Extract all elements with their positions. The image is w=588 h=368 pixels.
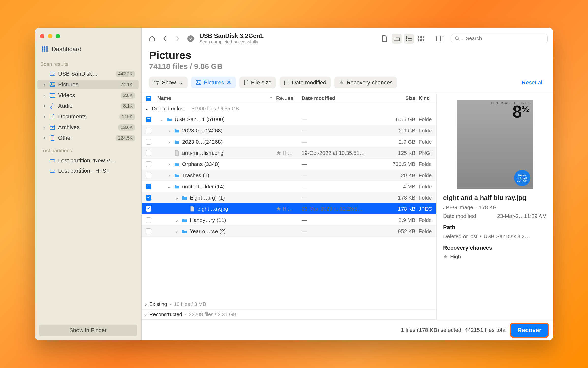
row-kind: Folde [419, 183, 436, 190]
column-kind[interactable]: Kind [419, 95, 436, 101]
column-name[interactable]: Name⌃ [156, 95, 276, 101]
search-box[interactable]: ⌵ [451, 34, 548, 43]
file-icon [189, 206, 195, 212]
table-row[interactable]: anti-mi…lism.png★ Hi…19-Oct-2022 at 10:3… [142, 147, 436, 159]
sidebar-item-other[interactable]: › Other 224.5K [37, 133, 139, 143]
sidebar-item-videos[interactable]: › Videos 2.8K [37, 90, 139, 100]
maximize-window-button[interactable] [56, 34, 60, 38]
disclosure-icon[interactable]: › [175, 228, 179, 234]
column-recovery[interactable]: Re…es [276, 95, 302, 101]
table-row[interactable]: ⌄Eight…prg) (1)—178 KBFolde [142, 192, 436, 203]
table-row[interactable]: eight…ay.jpg★ Hi…23-Mar-2023 at 11:29:5…… [142, 203, 436, 214]
disclosure-icon[interactable]: › [167, 139, 172, 145]
folder-icon [174, 184, 180, 189]
table-row[interactable]: ⌄USB San…1 (51900)—6.55 GBFolde [142, 114, 436, 125]
row-checkbox[interactable] [146, 184, 151, 189]
show-filter-button[interactable]: Show ⌄ [149, 77, 188, 88]
row-size: 2.9 GB [383, 128, 419, 134]
sidebar-lost-partition[interactable]: Lost partition "New V… [37, 156, 139, 165]
table-row[interactable]: ›Trashes (1)—29 KBFolde [142, 170, 436, 181]
home-button[interactable] [147, 34, 157, 44]
search-input[interactable] [466, 36, 544, 41]
details-recovery-value: High [450, 254, 461, 260]
archive-icon [49, 125, 56, 130]
view-folder-icon[interactable] [392, 34, 402, 44]
row-size: 2.9 GB [383, 139, 419, 145]
sidebar-item-pictures[interactable]: › Pictures 74.1K [37, 80, 139, 89]
view-file-icon[interactable] [379, 34, 390, 44]
column-date[interactable]: Date modified [302, 95, 383, 101]
pictures-filter-chip[interactable]: Pictures ✕ [191, 77, 236, 88]
disclosure-icon[interactable]: ⌄ [175, 195, 179, 201]
view-sidebar-icon[interactable] [435, 34, 445, 44]
disclosure-icon[interactable]: › [167, 161, 172, 167]
disclosure-icon[interactable]: ⌄ [159, 116, 164, 122]
dashboard-link[interactable]: Dashboard [35, 43, 141, 57]
svg-rect-4 [44, 48, 45, 50]
sidebar-lost-partition[interactable]: Lost partition - HFS+ [37, 166, 139, 176]
filesize-filter-button[interactable]: File size [239, 77, 276, 88]
table-row[interactable]: ›2023-0…(24268)—2.9 GBFolde [142, 125, 436, 136]
folder-icon [174, 173, 180, 178]
folder-icon [174, 140, 180, 144]
sidebar-item-audio[interactable]: › Audio 8.1K [37, 101, 139, 111]
disclosure-icon[interactable]: › [175, 217, 179, 223]
sidebar-item-drive[interactable]: USB SanDisk… 442.2K [37, 69, 139, 79]
row-checkbox[interactable] [146, 150, 151, 156]
row-checkbox[interactable] [146, 139, 151, 145]
table-row[interactable]: ›Orphans (3348)—736.5 MBFolde [142, 159, 436, 170]
recovery-filter-button[interactable]: ★ Recovery chances [334, 77, 397, 88]
group-reconstructed[interactable]: › Reconstructed - 22208 files / 3.31 GB [142, 310, 436, 320]
row-checkbox[interactable] [146, 217, 151, 223]
row-checkbox[interactable] [146, 128, 151, 133]
sidebar: Dashboard Scan results USB SanDisk… 442.… [35, 28, 142, 340]
view-list-icon[interactable] [404, 34, 414, 44]
sidebar-item-archives[interactable]: › Archives 13.6K [37, 122, 139, 132]
disclosure-icon[interactable]: › [167, 128, 172, 134]
table-row[interactable]: ⌄untitled…lder (14)—4 MBFolde [142, 181, 436, 192]
disclosure-icon[interactable]: ⌄ [167, 183, 172, 190]
group-deleted[interactable]: ⌄ Deleted or lost - 51900 files / 6.55 G… [142, 103, 436, 114]
table-row[interactable]: ›2023-0…(24268)—2.9 GBFolde [142, 136, 436, 147]
row-checkbox[interactable] [146, 161, 151, 167]
select-all-checkbox[interactable] [146, 96, 151, 101]
row-size: 2.9 MB [383, 217, 419, 223]
table-row[interactable]: ›Year o…rse (2)—952 KBFolde [142, 226, 436, 237]
chevron-right-icon: › [42, 124, 47, 131]
file-table: Name⌃ Re…es Date modified Size Kind ⌄ De… [142, 93, 436, 320]
sidebar-item-label: Videos [58, 92, 118, 99]
show-in-finder-button[interactable]: Show in Finder [39, 325, 137, 336]
column-size[interactable]: Size [383, 95, 419, 101]
dashboard-label: Dashboard [52, 45, 81, 53]
row-kind: Folde [419, 139, 436, 145]
row-checkbox[interactable] [146, 228, 151, 234]
svg-rect-0 [42, 46, 43, 48]
remove-filter-icon[interactable]: ✕ [227, 79, 231, 86]
picture-icon [196, 80, 201, 85]
minimize-window-button[interactable] [48, 34, 52, 38]
svg-rect-44 [284, 81, 289, 85]
forward-button[interactable] [173, 34, 183, 44]
view-grid-icon[interactable] [416, 34, 426, 44]
table-row[interactable]: ›Handy…ry (11)—2.9 MBFolde [142, 214, 436, 226]
row-kind: JPEG [419, 206, 436, 212]
group-existing[interactable]: › Existing - 10 files / 3 MB [142, 299, 436, 310]
row-checkbox[interactable] [146, 195, 151, 201]
row-date: — [302, 228, 383, 234]
toolbar-subtitle: Scan completed successfully [199, 39, 264, 45]
row-checkbox[interactable] [146, 117, 151, 122]
chevron-right-icon: › [42, 81, 47, 88]
reset-filters-link[interactable]: Reset all [522, 79, 546, 86]
close-window-button[interactable] [40, 34, 44, 38]
recover-button[interactable]: Recover [511, 324, 548, 337]
disclosure-icon[interactable]: › [167, 172, 172, 178]
date-filter-button[interactable]: Date modified [280, 77, 331, 88]
back-button[interactable] [160, 34, 170, 44]
row-checkbox[interactable] [146, 206, 151, 212]
sidebar-item-documents[interactable]: › Documents 119K [37, 112, 139, 121]
search-dropdown-icon[interactable]: ⌵ [462, 37, 464, 40]
scan-results-section-label: Scan results [35, 57, 141, 69]
row-date: — [302, 183, 383, 190]
row-date: — [302, 128, 383, 134]
row-checkbox[interactable] [146, 173, 151, 178]
